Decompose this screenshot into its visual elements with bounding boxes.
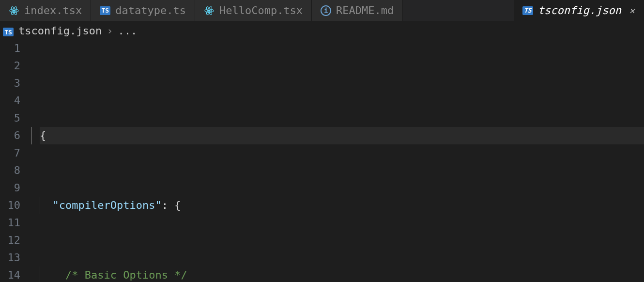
svg-point-4 bbox=[208, 10, 210, 12]
ts-icon: TS bbox=[100, 5, 110, 16]
line-number: 8 bbox=[0, 162, 20, 179]
breadcrumb-trail[interactable]: ... bbox=[118, 25, 137, 37]
line-number: 13 bbox=[0, 249, 20, 266]
tab-readme-md[interactable]: i README.md bbox=[312, 0, 403, 21]
line-number: 12 bbox=[0, 232, 20, 249]
line-number: 11 bbox=[0, 214, 20, 232]
line-number: 4 bbox=[0, 92, 20, 110]
code-area[interactable]: { "compilerOptions": { /* Basic Options … bbox=[31, 40, 644, 282]
tab-tsconfig-json[interactable]: TS tsconfig.json × bbox=[514, 0, 644, 21]
tab-datatype-ts[interactable]: TS datatype.ts bbox=[91, 0, 195, 21]
tab-label: index.tsx bbox=[24, 4, 82, 16]
line-number: 14 bbox=[0, 266, 20, 282]
line-number: 7 bbox=[0, 144, 20, 162]
line-number: 6 bbox=[0, 127, 20, 144]
tab-label: datatype.ts bbox=[115, 4, 186, 16]
indent-guide bbox=[40, 197, 40, 214]
code-line[interactable]: "compilerOptions": { bbox=[40, 197, 644, 214]
svg-point-0 bbox=[13, 10, 15, 12]
code-text: : { bbox=[162, 199, 181, 211]
editor[interactable]: 1 2 3 4 5 6 7 8 9 10 11 12 13 14 { "comp… bbox=[0, 40, 644, 282]
gutter: 1 2 3 4 5 6 7 8 9 10 11 12 13 14 bbox=[0, 40, 31, 282]
tab-label: HelloComp.tsx bbox=[219, 4, 303, 16]
breadcrumb-file[interactable]: tsconfig.json bbox=[18, 25, 102, 37]
code-text: { bbox=[40, 129, 46, 141]
indent-guide bbox=[40, 266, 40, 282]
tab-hellocomp-tsx[interactable]: HelloComp.tsx bbox=[195, 0, 312, 21]
line-number: 5 bbox=[0, 110, 20, 127]
line-number: 9 bbox=[0, 179, 20, 197]
ts-icon: TS bbox=[3, 25, 14, 37]
comment: /* Basic Options */ bbox=[65, 269, 187, 281]
tab-index-tsx[interactable]: index.tsx bbox=[0, 0, 91, 21]
json-key: "compilerOptions" bbox=[53, 199, 162, 211]
code-line[interactable]: { bbox=[40, 127, 644, 144]
tab-label: README.md bbox=[336, 4, 394, 16]
line-number: 2 bbox=[0, 57, 20, 75]
line-number: 3 bbox=[0, 75, 20, 92]
tab-bar: index.tsx TS datatype.ts HelloComp.tsx i… bbox=[0, 0, 644, 21]
react-icon bbox=[9, 5, 19, 16]
line-number: 10 bbox=[0, 197, 20, 214]
chevron-right-icon: › bbox=[107, 25, 113, 37]
info-icon: i bbox=[321, 5, 331, 16]
tab-label: tsconfig.json bbox=[538, 4, 621, 16]
breadcrumb: TS tsconfig.json › ... bbox=[0, 21, 644, 40]
code-line[interactable]: /* Basic Options */ bbox=[40, 266, 644, 282]
ts-icon: TS bbox=[522, 5, 533, 16]
line-number: 1 bbox=[0, 40, 20, 57]
react-icon bbox=[204, 5, 215, 16]
close-icon[interactable]: × bbox=[629, 5, 635, 16]
tab-spacer bbox=[403, 0, 513, 21]
